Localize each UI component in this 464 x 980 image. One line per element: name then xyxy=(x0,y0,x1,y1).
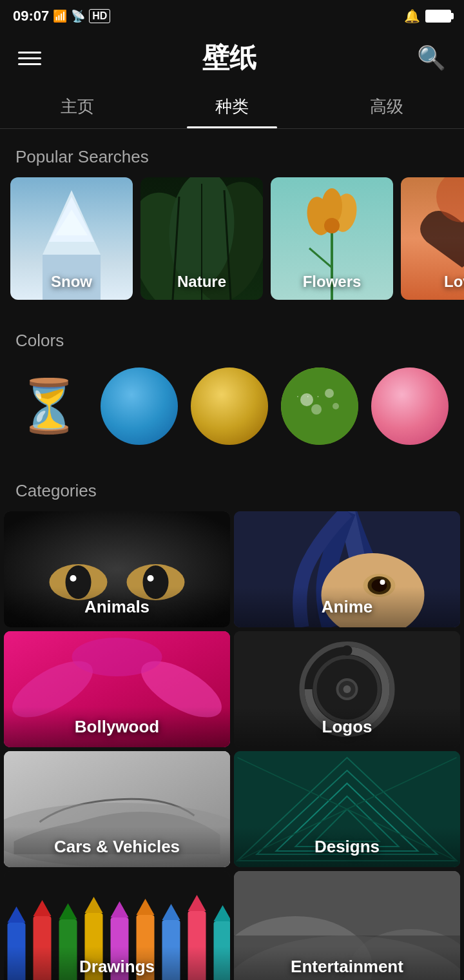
category-bollywood-label: Bollywood xyxy=(4,707,230,747)
color-pink[interactable] xyxy=(371,368,449,445)
svg-point-20 xyxy=(311,404,322,415)
svg-point-40 xyxy=(72,638,162,676)
color-green[interactable] xyxy=(281,368,358,445)
status-bar: 09:07 📶 📡 HD 🔔 xyxy=(0,0,464,32)
svg-line-11 xyxy=(309,248,332,268)
svg-point-15 xyxy=(324,218,340,233)
colors-scroll: ⏳ xyxy=(0,361,464,463)
tab-advanced[interactable]: 高级 xyxy=(309,84,464,128)
menu-button[interactable] xyxy=(18,52,41,65)
category-designs-label: Designs xyxy=(234,827,460,867)
top-bar: 壁纸 🔍 xyxy=(0,32,464,84)
category-anime[interactable]: Anime xyxy=(234,511,460,627)
popular-item-love-label: Love xyxy=(401,273,464,291)
app-title: 壁纸 xyxy=(202,40,256,76)
svg-point-19 xyxy=(325,389,334,398)
category-entertainment[interactable]: Entertainment xyxy=(234,871,460,980)
hd-badge: HD xyxy=(89,9,110,23)
svg-point-18 xyxy=(300,393,313,406)
category-cars-label: Cars & Vehicles xyxy=(4,827,230,867)
popular-searches-title: Popular Searches xyxy=(0,129,464,177)
category-drawings-label: Drawings xyxy=(4,946,230,980)
tab-home[interactable]: 主页 xyxy=(0,84,155,128)
svg-point-21 xyxy=(333,403,339,409)
category-anime-label: Anime xyxy=(234,587,460,627)
popular-item-flowers-label: Flowers xyxy=(271,273,393,291)
status-right: 🔔 xyxy=(404,8,451,24)
tab-categories[interactable]: 种类 xyxy=(155,84,309,128)
vibrate-icon: 🔔 xyxy=(404,8,420,24)
category-logos[interactable]: Logos xyxy=(234,631,460,747)
svg-point-28 xyxy=(70,575,77,582)
popular-item-snow[interactable]: Snow xyxy=(10,177,133,300)
category-bollywood[interactable]: Bollywood xyxy=(4,631,230,747)
popular-item-snow-label: Snow xyxy=(10,273,133,291)
popular-item-nature-label: Nature xyxy=(140,273,263,291)
popular-searches-scroll: Snow Nature Flower xyxy=(0,177,464,313)
categories-title: Categories xyxy=(0,463,464,511)
popular-item-love[interactable]: Love xyxy=(401,177,464,300)
category-drawings[interactable]: Drawings xyxy=(4,871,230,980)
svg-point-29 xyxy=(148,575,154,582)
status-time: 09:07 xyxy=(13,8,49,24)
svg-point-44 xyxy=(342,645,353,656)
category-entertainment-label: Entertainment xyxy=(234,946,460,980)
svg-point-35 xyxy=(380,580,385,585)
category-animals-label: Animals xyxy=(4,587,230,627)
category-cars[interactable]: Cars & Vehicles xyxy=(4,751,230,867)
battery-icon xyxy=(425,10,451,23)
signal-icon: 📶 xyxy=(53,9,67,23)
svg-point-46 xyxy=(343,685,351,693)
popular-item-flowers[interactable]: Flowers xyxy=(271,177,393,300)
colors-title: Colors xyxy=(0,313,464,361)
category-animals[interactable]: Animals xyxy=(4,511,230,627)
tab-bar: 主页 种类 高级 xyxy=(0,84,464,129)
search-button[interactable]: 🔍 xyxy=(417,44,446,72)
color-loading[interactable]: ⏳ xyxy=(10,368,88,445)
wifi-icon: 📡 xyxy=(71,9,85,23)
category-designs[interactable]: Designs xyxy=(234,751,460,867)
popular-item-nature[interactable]: Nature xyxy=(140,177,263,300)
color-blue[interactable] xyxy=(101,368,178,445)
status-left: 09:07 📶 📡 HD xyxy=(13,8,110,24)
color-gold[interactable] xyxy=(191,368,268,445)
category-logos-label: Logos xyxy=(234,707,460,747)
categories-grid: Animals Anime xyxy=(0,511,464,980)
